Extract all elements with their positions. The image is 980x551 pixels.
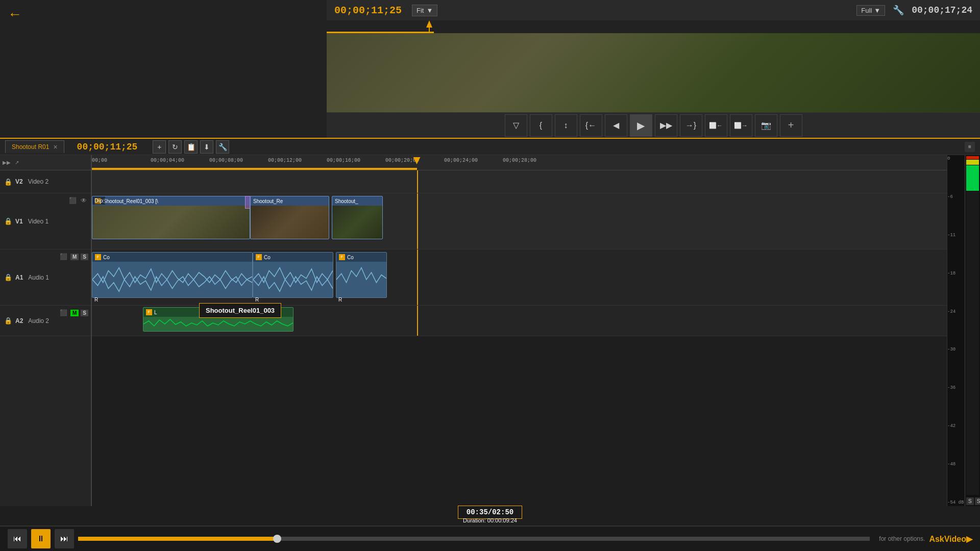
audio-3-header: F Co (336, 253, 386, 262)
audio-2-header: F Co (253, 253, 333, 262)
progress-handle[interactable] (273, 535, 281, 543)
fit-dropdown[interactable]: Fit ▼ (412, 5, 437, 16)
audio-clip-1[interactable]: F Co (92, 252, 253, 298)
v1-track-name: V1 (15, 218, 23, 225)
dropdown-arrow: ▼ (426, 7, 433, 14)
audio-clip-3[interactable]: F Co (336, 252, 387, 298)
track-header-a1: 🔒 A1 Audio 1 ⬛ M S (0, 249, 91, 306)
back-button[interactable]: ← (8, 6, 22, 22)
insert-btn[interactable]: ⬜← (705, 114, 727, 137)
add-edit-btn[interactable]: ↕ (555, 114, 577, 137)
timeline-section: Shootout R01 × 00;00;11;25 + ↻ 📋 ⬇ 🔧 ≡ ▶… (0, 138, 980, 525)
playhead-a1 (417, 249, 418, 305)
vu-ss-btns: S S (966, 497, 979, 505)
playhead-a2 (417, 306, 418, 336)
timeline-timecode: 00;00;11;25 (77, 142, 138, 152)
full-dropdown-arrow: ▼ (874, 7, 880, 14)
a2-sync-icon[interactable]: ⬛ (59, 308, 68, 317)
add-monitor-btn[interactable]: + (780, 114, 802, 137)
ruler-mark-28: 00;00;28;00 (503, 158, 536, 163)
vu-s-btn-1[interactable]: S (966, 497, 974, 505)
audio-1-icon: F (95, 254, 101, 260)
clip-1-label: Shootout_Reel01_003 [\ (103, 198, 158, 204)
a2-lock-icon[interactable]: 🔒 (4, 317, 12, 324)
clip-settings-btn[interactable]: 📋 (184, 140, 198, 154)
step-fwd-btn[interactable]: ▶▶ (655, 114, 677, 137)
skip-fwd-btn[interactable]: ⏭ (55, 529, 74, 548)
mark-in-btn[interactable]: ▽ (505, 114, 527, 137)
vu-neg11: -11 (947, 233, 965, 238)
vu-neg30: -30 (947, 347, 965, 352)
tooltip-clip-name: Shootout_Reel01_003 (206, 307, 275, 314)
v1-label: Video 1 (28, 218, 48, 225)
export-frame-btn[interactable]: 📷 (755, 114, 777, 137)
timeline-settings-btn[interactable]: 🔧 (216, 140, 229, 154)
v2-label: Video 2 (28, 178, 48, 185)
a1-label: Audio 1 (28, 274, 49, 281)
program-video-preview (327, 20, 980, 112)
go-in-btn[interactable]: { (530, 114, 552, 137)
duration-display: Duration: 00:00:09:24 (0, 517, 980, 523)
audio-3-waveform (336, 262, 386, 297)
timeline-header: Shootout R01 × 00;00;11;25 + ↻ 📋 ⬇ 🔧 ≡ (0, 139, 980, 155)
sequence-tab[interactable]: Shootout R01 × (5, 140, 64, 153)
a1-clip3-r-label: R (338, 297, 342, 303)
track-v2-content (92, 170, 947, 193)
audio-3-icon: F (339, 254, 345, 260)
a2-solo-btn[interactable]: S (81, 310, 88, 316)
video-clip-2[interactable]: Shootout_Re (250, 196, 329, 239)
source-panel: ← (0, 0, 327, 138)
audio-a2-waveform (143, 317, 293, 331)
vu-meter: S S (965, 155, 980, 506)
video-clip-1[interactable]: F Shootout_Reel01_003 [\ Dip (92, 196, 250, 239)
step-back-btn[interactable]: ◀ (605, 114, 627, 137)
prev-edit-btn[interactable]: {← (580, 114, 602, 137)
overwrite-btn[interactable]: ⬜→ (730, 114, 752, 137)
ruler-progress-bar (92, 168, 417, 170)
hint-text: for other options. (879, 535, 925, 542)
next-edit-btn[interactable]: →} (680, 114, 702, 137)
play-btn[interactable]: ▶ (630, 114, 652, 137)
a1-sync-icon[interactable]: ⬛ (59, 252, 68, 261)
snap-btn[interactable]: ⬇ (200, 140, 213, 154)
playhead-v1 (417, 193, 418, 249)
program-timecode-right: 00;00;17;24 (912, 5, 972, 15)
audio-1-label: Co (103, 255, 110, 260)
vu-neg54: -54 dB (947, 500, 965, 505)
timeline-menu-btn[interactable]: ≡ (965, 142, 975, 152)
undo-btn[interactable]: ↻ (168, 140, 182, 154)
playhead-v2 (417, 170, 418, 193)
a1-lock-icon[interactable]: 🔒 (4, 273, 12, 281)
v1-sync-icon[interactable]: ⬛ (68, 196, 77, 205)
video-clip-3[interactable]: Shootout_ (332, 196, 383, 239)
add-track-btn[interactable]: + (153, 140, 166, 154)
a1-mute-btn[interactable]: M (70, 254, 79, 260)
askvideo-logo: AskVideo▶ (929, 534, 972, 544)
clip-3-label: Shootout_ (335, 198, 358, 204)
audio-clip-2[interactable]: F Co (253, 252, 333, 298)
v1-eye-icon[interactable]: 👁 (79, 196, 88, 205)
clip-3-header: Shootout_ (332, 196, 382, 206)
duration-label-text: Duration: (463, 517, 486, 523)
clip-2-thumbnail (251, 206, 329, 239)
audio-2-label: Co (264, 255, 271, 260)
a2-mute-btn[interactable]: M (70, 310, 79, 316)
audio-2-icon: F (256, 254, 262, 260)
timecode-row: 00;00;11;25 Fit ▼ Full ▼ 🔧 00;00;17;24 (327, 0, 980, 20)
vu-s-btn-2[interactable]: S (975, 497, 980, 505)
tab-close-btn[interactable]: × (53, 143, 57, 151)
vu-neg6: -6 (947, 194, 965, 199)
audio-1-waveform (92, 262, 252, 297)
skip-back-btn[interactable]: ⏮ (8, 529, 27, 548)
track-header-v2: 🔒 V2 Video 2 (0, 170, 91, 193)
ruler-mark-12: 00;00;12;00 (268, 158, 302, 163)
progress-bar[interactable] (78, 537, 870, 541)
a1-solo-btn[interactable]: S (81, 254, 88, 260)
v1-lock-icon[interactable]: 🔒 (4, 217, 12, 225)
pause-btn[interactable]: ⏸ (31, 529, 51, 548)
full-dropdown[interactable]: Full ▼ (856, 5, 885, 16)
vu-bar-red (966, 156, 979, 159)
v2-lock-icon[interactable]: 🔒 (4, 178, 12, 186)
clip-2-label: Shootout_Re (253, 198, 283, 204)
settings-icon[interactable]: 🔧 (893, 5, 904, 16)
